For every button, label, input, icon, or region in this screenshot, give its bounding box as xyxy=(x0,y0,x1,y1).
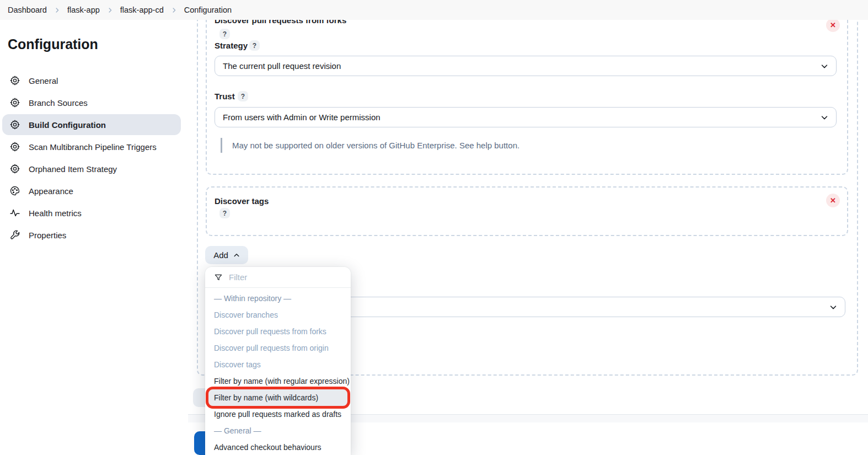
sidebar-item-appearance[interactable]: Appearance xyxy=(2,180,181,201)
sidebar-item-label: Properties xyxy=(29,231,66,240)
menu-item-filter-wildcards[interactable]: Filter by name (with wildcards) xyxy=(208,389,347,406)
gear-icon xyxy=(9,119,20,130)
forks-help-button[interactable]: ? xyxy=(219,29,230,39)
funnel-icon xyxy=(214,273,223,282)
wrench-icon xyxy=(9,229,20,240)
strategy-help-button[interactable]: ? xyxy=(249,40,260,51)
breadcrumb-flask-app-cd[interactable]: flask-app-cd xyxy=(120,6,164,14)
config-sidebar: Configuration General Branch Sources Bui… xyxy=(0,20,187,455)
sidebar-item-label: General xyxy=(29,76,58,85)
menu-item-filter-regex[interactable]: Filter by name (with regular expression) xyxy=(205,373,351,389)
breadcrumb-dashboard[interactable]: Dashboard xyxy=(8,6,47,14)
sidebar-item-label: Build Configuration xyxy=(29,120,106,130)
gear-icon xyxy=(9,163,20,174)
sidebar-item-label: Appearance xyxy=(29,186,73,196)
chevron-down-icon xyxy=(821,62,828,70)
chevron-right-icon xyxy=(171,7,177,13)
pulse-icon xyxy=(9,207,20,218)
tags-help-button[interactable]: ? xyxy=(219,208,230,218)
sidebar-item-general[interactable]: General xyxy=(2,70,181,91)
menu-item-discover-branches[interactable]: Discover branches xyxy=(205,307,351,323)
menu-item-discover-pr-origin[interactable]: Discover pull requests from origin xyxy=(205,340,351,356)
sidebar-item-build-configuration[interactable]: Build Configuration xyxy=(2,114,181,135)
gear-icon xyxy=(9,97,20,108)
sidebar-item-orphaned-item-strategy[interactable]: Orphaned Item Strategy xyxy=(2,158,181,179)
remove-tags-behaviour-button[interactable]: ✕ xyxy=(826,194,840,207)
trust-select[interactable]: From users with Admin or Write permissio… xyxy=(215,107,837,127)
chevron-up-icon xyxy=(233,252,240,259)
breadcrumb-configuration[interactable]: Configuration xyxy=(184,6,232,14)
chevron-right-icon xyxy=(54,7,60,13)
breadcrumb-flask-app[interactable]: flask-app xyxy=(67,6,100,14)
gear-icon xyxy=(9,75,20,86)
menu-list: — Within repository — Discover branches … xyxy=(205,288,351,455)
sidebar-item-health-metrics[interactable]: Health metrics xyxy=(2,202,181,223)
menu-header-general: — General — xyxy=(205,422,351,439)
strategy-label: Strategy xyxy=(215,41,248,50)
tags-section-title: Discover tags xyxy=(215,196,269,206)
sidebar-item-label: Branch Sources xyxy=(29,98,88,108)
menu-filter-input[interactable] xyxy=(229,272,345,282)
trust-label: Trust xyxy=(215,92,235,101)
add-behaviour-button[interactable]: Add xyxy=(205,246,248,264)
page-title: Configuration xyxy=(8,36,98,52)
remove-forks-behaviour-button[interactable]: ✕ xyxy=(826,18,840,32)
sidebar-item-label: Orphaned Item Strategy xyxy=(29,164,117,174)
configuration-page: Discover pull requests from forks ? Stra… xyxy=(0,0,868,455)
sidebar-item-properties[interactable]: Properties xyxy=(2,224,181,245)
add-behaviour-menu: — Within repository — Discover branches … xyxy=(205,267,351,455)
sidebar-item-scan-triggers[interactable]: Scan Multibranch Pipeline Triggers xyxy=(2,136,181,157)
trust-warning-note: May not be supported on older versions o… xyxy=(221,138,519,153)
sidebar-item-branch-sources[interactable]: Branch Sources xyxy=(2,92,181,113)
sidebar-item-label: Health metrics xyxy=(29,208,82,218)
chevron-down-icon xyxy=(829,303,837,311)
strategy-select-value: The current pull request revision xyxy=(223,61,821,71)
menu-item-advanced-checkout[interactable]: Advanced checkout behaviours xyxy=(205,439,351,455)
menu-item-discover-pr-forks[interactable]: Discover pull requests from forks xyxy=(205,323,351,340)
menu-item-ignore-drafts[interactable]: Ignore pull requests marked as drafts xyxy=(205,406,351,422)
menu-filter-row xyxy=(205,267,351,287)
strategy-select[interactable]: The current pull request revision xyxy=(215,56,837,76)
sidebar-item-label: Scan Multibranch Pipeline Triggers xyxy=(29,142,157,152)
tags-behaviour-box xyxy=(206,186,848,236)
menu-header-within-repository: — Within repository — xyxy=(205,290,351,307)
chevron-right-icon xyxy=(107,7,113,13)
trust-help-button[interactable]: ? xyxy=(238,91,248,101)
chevron-down-icon xyxy=(821,114,828,121)
breadcrumb: Dashboard flask-app flask-app-cd Configu… xyxy=(0,0,868,20)
menu-item-discover-tags[interactable]: Discover tags xyxy=(205,356,351,373)
palette-icon xyxy=(9,185,20,196)
trust-select-value: From users with Admin or Write permissio… xyxy=(223,113,821,122)
gear-icon xyxy=(9,141,20,152)
add-button-label: Add xyxy=(213,250,228,260)
